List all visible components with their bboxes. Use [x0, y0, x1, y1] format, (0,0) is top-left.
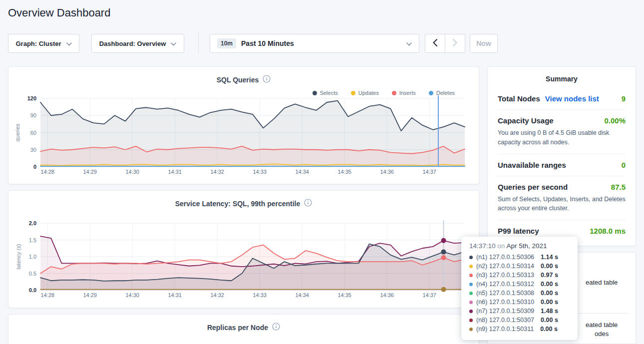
tooltip-node-value: 0.00 s — [541, 281, 558, 288]
summary-panel: Summary Total NodesView nodes list9Capac… — [487, 66, 636, 246]
chevron-left-icon — [433, 39, 437, 48]
summary-heading: Summary — [498, 75, 626, 83]
tooltip-node-row: (n8) 127.0.0.1:503070.00 s — [469, 316, 570, 325]
summary-stat-value: 0 — [622, 161, 626, 169]
tooltip-node-row: (n6) 127.0.0.1:503100.00 s — [469, 298, 570, 307]
info-icon[interactable] — [304, 199, 312, 208]
time-range-dropdown[interactable]: 10m Past 10 Minutes — [210, 34, 419, 53]
svg-text:14:33: 14:33 — [253, 169, 267, 175]
tooltip-node-row: (n5) 127.0.0.1:503080.00 s — [469, 289, 570, 298]
sql-queries-chart-title: SQL Queries — [217, 76, 259, 84]
svg-text:14:36: 14:36 — [380, 169, 394, 175]
tooltip-timestamp: 14:37:10 on Apr 5th, 2021 — [469, 242, 570, 250]
chevron-down-icon — [66, 40, 72, 47]
summary-row: Capacity Usage0.00%You are using 0 B of … — [498, 109, 626, 154]
summary-stat-line: Queries per second87.5 — [498, 183, 626, 191]
chart-title-row: Replicas per Node — [8, 323, 479, 332]
summary-row: Unavailable ranges0 — [498, 154, 626, 176]
svg-text:14:34: 14:34 — [295, 169, 309, 175]
node-series-dot-icon — [469, 328, 473, 331]
dashboard-dropdown[interactable]: Dashboard: Overview — [91, 34, 184, 53]
chart-title-row: SQL Queries — [8, 75, 479, 84]
chevron-down-icon — [171, 40, 176, 47]
svg-text:latency (s): latency (s) — [15, 244, 21, 270]
time-range-label: Past 10 Minutes — [241, 39, 294, 47]
svg-text:14:28: 14:28 — [40, 292, 54, 298]
page-title: Overview Dashboard — [8, 6, 110, 19]
sql-queries-chart[interactable]: 14:2814:2914:3014:3114:3214:3314:3414:35… — [8, 92, 480, 182]
tooltip-node-value: 0.00 s — [541, 317, 558, 324]
summary-stat-line: Unavailable ranges0 — [498, 161, 626, 169]
svg-text:14:31: 14:31 — [168, 169, 182, 175]
svg-text:0: 0 — [33, 164, 36, 170]
tooltip-node-value: 1.14 s — [541, 254, 558, 261]
tooltip-node-value: 0.00 s — [540, 326, 558, 333]
chevron-right-icon — [453, 39, 457, 48]
chevron-down-icon — [406, 39, 412, 47]
svg-text:queries: queries — [14, 123, 20, 142]
tooltip-node-label: (n2) 127.0.0.1:50314 — [476, 263, 534, 270]
now-button[interactable]: Now — [470, 34, 498, 53]
tooltip-node-value: 1.48 s — [541, 308, 558, 315]
svg-text:14:30: 14:30 — [125, 292, 139, 298]
info-icon[interactable] — [272, 323, 280, 332]
tooltip-node-value: 0.97 s — [541, 272, 558, 279]
svg-text:14:35: 14:35 — [337, 169, 351, 175]
tooltip-node-row: (n3) 127.0.0.1:503130.97 s — [469, 271, 570, 280]
summary-stat-value: 1208.0 ms — [590, 227, 626, 235]
svg-text:90: 90 — [30, 112, 36, 118]
tooltip-node-row: (n4) 127.0.0.1:503120.00 s — [469, 280, 570, 289]
previous-time-button[interactable] — [425, 34, 445, 52]
summary-stat-label: Queries per second — [498, 183, 568, 191]
time-step-buttons — [425, 34, 465, 53]
summary-stat-label: P99 latency — [498, 227, 539, 235]
svg-text:14:32: 14:32 — [210, 292, 224, 298]
node-series-dot-icon — [469, 310, 473, 313]
svg-text:60: 60 — [30, 130, 36, 136]
node-series-dot-icon — [469, 292, 473, 295]
svg-text:14:34: 14:34 — [295, 292, 309, 298]
node-series-dot-icon — [469, 283, 473, 286]
svg-text:14:29: 14:29 — [83, 169, 97, 175]
controls-divider — [198, 33, 199, 54]
summary-stat-description: You are using 0 B of 4.5 GiB usable disk… — [498, 128, 626, 147]
tooltip-node-label: (n4) 127.0.0.1:50312 — [476, 281, 534, 288]
info-icon[interactable] — [263, 75, 271, 84]
summary-row: Total NodesView nodes list9 — [498, 88, 626, 109]
summary-stat-label: Unavailable ranges — [498, 161, 566, 169]
summary-stat-label: Total Nodes — [498, 94, 540, 103]
tooltip-node-label: (n8) 127.0.0.1:50307 — [476, 317, 534, 324]
tooltip-node-label: (n7) 127.0.0.1:50309 — [476, 308, 534, 315]
summary-stat-line: Total NodesView nodes list9 — [498, 94, 626, 103]
tooltip-node-label: (n9) 127.0.0.1:50311 — [476, 326, 534, 333]
dashboard-dropdown-label: Dashboard: Overview — [99, 40, 166, 47]
svg-text:1.0: 1.0 — [29, 254, 36, 260]
graph-dropdown[interactable]: Graph: Cluster — [8, 34, 79, 53]
svg-text:2.0: 2.0 — [29, 220, 36, 226]
summary-stat-value: 0.00% — [604, 116, 626, 125]
svg-text:30: 30 — [30, 147, 36, 153]
summary-stat-description: Sum of Selects, Updates, Inserts, and De… — [498, 195, 626, 214]
summary-stat-value: 87.5 — [611, 183, 626, 191]
node-series-dot-icon — [469, 265, 473, 268]
tooltip-node-label: (n1) 127.0.0.1:50306 — [476, 254, 534, 261]
tooltip-date: Apr 5th, 2021 — [506, 242, 547, 250]
next-time-button[interactable] — [445, 34, 465, 52]
graph-dropdown-label: Graph: Cluster — [15, 40, 61, 47]
svg-text:14:30: 14:30 — [125, 169, 139, 175]
service-latency-chart[interactable]: 14:2814:2914:3014:3114:3214:3314:3414:35… — [8, 216, 480, 306]
summary-stat-line: P99 latency1208.0 ms — [498, 227, 626, 235]
sql-queries-chart-card: SQL Queries SelectsUpdatesInsertsDeletes… — [8, 66, 479, 184]
service-latency-chart-card: Service Latency: SQL, 99th percentile 14… — [8, 190, 479, 308]
summary-stat-label: Capacity Usage — [498, 116, 554, 125]
tooltip-connector: on — [497, 242, 505, 250]
tooltip-node-value: 0.00 s — [541, 299, 558, 306]
node-series-dot-icon — [469, 256, 473, 259]
view-nodes-list-link[interactable]: View nodes list — [545, 94, 599, 103]
svg-text:0.0: 0.0 — [29, 287, 36, 293]
node-series-dot-icon — [469, 301, 473, 304]
time-range-badge: 10m — [217, 38, 236, 48]
replicas-per-node-chart-card: Replicas per Node — [8, 314, 479, 344]
svg-text:14:35: 14:35 — [337, 292, 351, 298]
tooltip-node-label: (n6) 127.0.0.1:50310 — [476, 299, 534, 306]
